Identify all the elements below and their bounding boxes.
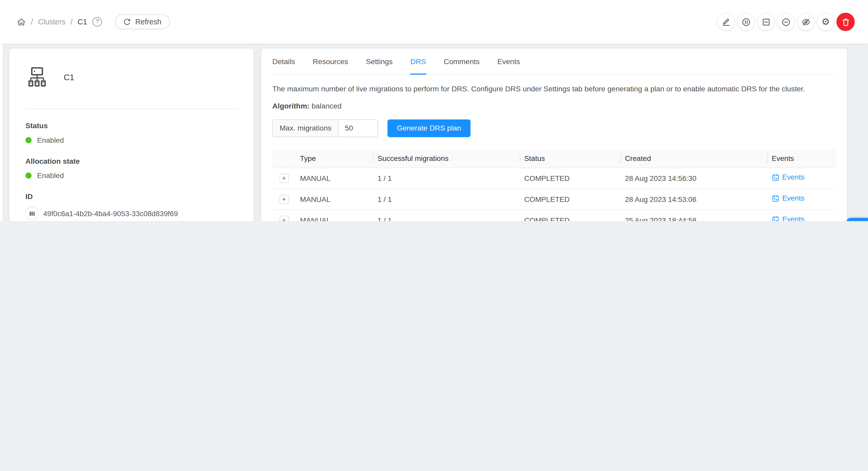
drs-controls: Max. migrations Generate DRS plan	[272, 119, 836, 137]
eye-invisible-icon	[801, 18, 810, 26]
cell-status: COMPLETED	[520, 210, 621, 221]
row-events-link[interactable]: Events	[772, 215, 804, 221]
minus-circle-icon	[781, 18, 790, 26]
header-actions: ⚙	[717, 13, 855, 31]
schedule-icon	[772, 174, 779, 181]
cell-status: COMPLETED	[520, 189, 621, 210]
cell-type: MANUAL	[296, 189, 373, 210]
row-events-link[interactable]: Events	[772, 194, 804, 203]
tab-settings[interactable]: Settings	[366, 49, 393, 74]
status-value: Enabled	[37, 136, 64, 144]
allocation-state-row: Enabled	[26, 171, 238, 180]
breadcrumb-separator: /	[70, 18, 72, 26]
max-migrations-group: Max. migrations	[272, 119, 378, 137]
settings-button[interactable]: ⚙	[816, 13, 835, 31]
divider	[26, 108, 238, 109]
cell-successful-migrations: 1 / 1	[373, 168, 520, 189]
table-row: + MANUAL 1 / 1 COMPLETED 25 Aug 2023 18:…	[272, 210, 836, 221]
column-header-type: Type	[296, 149, 373, 167]
status-dot-icon	[26, 173, 31, 178]
table-row: + MANUAL 1 / 1 COMPLETED 28 Aug 2023 14:…	[272, 189, 836, 210]
column-header-created: Created	[621, 149, 768, 167]
trash-icon	[841, 18, 850, 26]
drs-description: The maximum number of live migrations to…	[272, 83, 836, 94]
cell-created: 28 Aug 2023 14:53:06	[621, 189, 768, 210]
cluster-detail-card: Details Resources Settings DRS Comments …	[261, 49, 847, 221]
delete-button[interactable]	[836, 13, 855, 31]
allocation-state-value: Enabled	[37, 171, 64, 180]
schedule-icon	[772, 195, 779, 202]
algorithm-label: Algorithm:	[272, 101, 309, 110]
cell-successful-migrations: 1 / 1	[373, 189, 520, 210]
minus-square-button[interactable]	[757, 13, 775, 31]
cell-successful-migrations: 1 / 1	[373, 210, 520, 221]
schedule-icon	[772, 216, 779, 221]
pause-circle-button[interactable]	[737, 13, 755, 31]
cell-status: COMPLETED	[520, 168, 621, 189]
generate-drs-plan-button[interactable]: Generate DRS plan	[388, 119, 470, 137]
top-bar: / Clusters / C1 ? Refresh	[0, 0, 868, 43]
breadcrumb: / Clusters / C1 ? Refresh	[17, 14, 169, 29]
max-migrations-input[interactable]	[339, 120, 377, 136]
edit-button[interactable]	[717, 13, 735, 31]
minus-square-icon	[762, 18, 770, 26]
column-header-status: Status	[520, 149, 621, 167]
cell-created: 25 Aug 2023 18:44:58	[621, 210, 768, 221]
status-value-row: Enabled	[26, 136, 238, 144]
tab-details[interactable]: Details	[272, 49, 295, 74]
cell-type: MANUAL	[296, 210, 373, 221]
tab-resources[interactable]: Resources	[313, 49, 348, 74]
expand-row-button[interactable]: +	[279, 215, 289, 221]
allocation-state-label: Allocation state	[26, 157, 238, 165]
id-row: 49f0c6a1-4b2b-4ba4-9053-33c08d839f69	[26, 207, 238, 220]
breadcrumb-separator: /	[31, 18, 33, 26]
cluster-icon	[26, 65, 49, 88]
max-migrations-label: Max. migrations	[273, 120, 339, 136]
cluster-id-value: 49f0c6a1-4b2b-4ba4-9053-33c08d839f69	[43, 209, 178, 217]
id-label: ID	[26, 192, 238, 201]
tab-events[interactable]: Events	[497, 49, 520, 74]
column-header-events: Events	[767, 149, 836, 167]
algorithm-value: balanced	[311, 101, 341, 110]
pause-circle-icon	[742, 18, 750, 26]
tab-comments[interactable]: Comments	[444, 49, 479, 74]
cell-created: 28 Aug 2023 14:56:30	[621, 168, 768, 189]
table-header-row: Type Successful migrations Status Create…	[272, 149, 836, 167]
minus-circle-button[interactable]	[777, 13, 795, 31]
tab-drs[interactable]: DRS	[410, 49, 426, 74]
algorithm-line: Algorithm: balanced	[272, 101, 836, 110]
gear-icon: ⚙	[822, 17, 830, 27]
help-icon[interactable]: ?	[92, 17, 102, 27]
quick-settings-button[interactable]: ⚙	[846, 218, 868, 221]
edit-icon	[721, 18, 730, 26]
table-row: + MANUAL 1 / 1 COMPLETED 28 Aug 2023 14:…	[272, 168, 836, 189]
expand-row-button[interactable]: +	[279, 173, 289, 183]
cluster-info-card: C1 Status Enabled Allocation state Enabl…	[9, 49, 254, 221]
status-label: Status	[26, 122, 238, 130]
breadcrumb-clusters-link[interactable]: Clusters	[38, 18, 66, 26]
breadcrumb-current: C1	[78, 18, 87, 26]
cluster-name: C1	[64, 72, 74, 81]
tab-bar: Details Resources Settings DRS Comments …	[272, 49, 836, 75]
row-events-link[interactable]: Events	[772, 173, 804, 182]
cluster-title-row: C1	[26, 65, 238, 88]
home-icon[interactable]	[17, 17, 26, 27]
eye-invisible-button[interactable]	[797, 13, 815, 31]
cell-type: MANUAL	[296, 168, 373, 189]
expand-row-button[interactable]: +	[279, 194, 289, 204]
drs-plans-table: Type Successful migrations Status Create…	[272, 149, 836, 221]
status-dot-icon	[26, 137, 31, 143]
app-window: / Clusters / C1 ? Refresh	[0, 0, 868, 221]
expand-column-header	[272, 149, 296, 167]
column-header-successful-migrations: Successful migrations	[373, 149, 520, 167]
refresh-button[interactable]: Refresh	[115, 14, 169, 29]
barcode-icon[interactable]	[26, 207, 39, 220]
reload-icon	[124, 18, 131, 26]
